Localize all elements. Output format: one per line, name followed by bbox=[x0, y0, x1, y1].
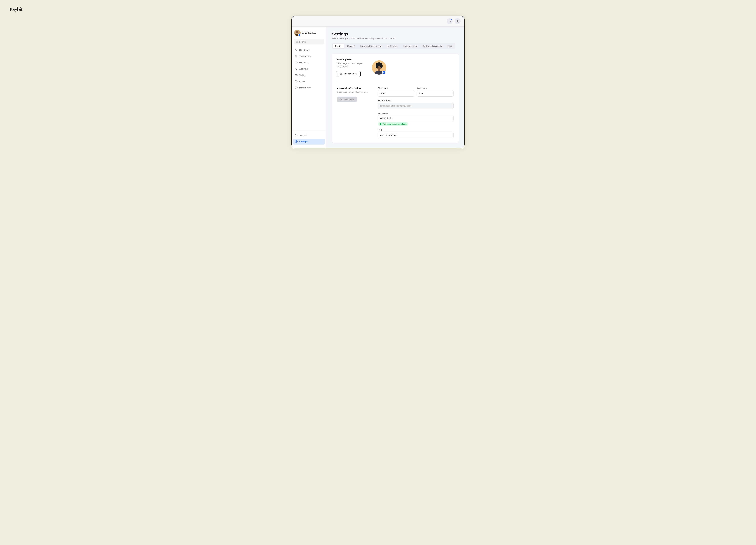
profile-photo-avatar bbox=[372, 60, 386, 75]
svg-point-27 bbox=[380, 66, 381, 67]
tab-team[interactable]: Team bbox=[445, 44, 455, 49]
personal-info-title: Personal Information bbox=[337, 87, 368, 90]
sidebar-item-payments[interactable]: Payments bbox=[293, 60, 325, 66]
sidebar-item-support[interactable]: Support bbox=[293, 132, 325, 138]
username-available-text: This username is available bbox=[383, 123, 407, 125]
personal-info-left: Personal Information Update your persona… bbox=[337, 87, 368, 138]
svg-point-24 bbox=[376, 63, 378, 69]
camera-icon bbox=[340, 73, 342, 75]
personal-info-right: First name Last name Email address bbox=[378, 87, 454, 138]
sidebar-item-dashboard[interactable]: Dashboard bbox=[293, 47, 325, 53]
verified-badge bbox=[298, 34, 301, 36]
sidebar-user-name: John Doe Ent. bbox=[302, 32, 316, 34]
bell-icon bbox=[448, 20, 451, 23]
email-input bbox=[378, 103, 454, 109]
sidebar-label-dashboard: Dashboard bbox=[299, 49, 310, 51]
search-input[interactable] bbox=[299, 41, 322, 43]
sidebar-label-payments: Payments bbox=[299, 61, 309, 64]
window-body: John Doe Ent. Dashboard bbox=[292, 27, 464, 148]
svg-point-2 bbox=[296, 31, 298, 33]
sidebar-item-transactions[interactable]: Transactions bbox=[293, 53, 325, 59]
change-photo-button[interactable]: Change Photo bbox=[337, 71, 361, 77]
last-name-group: Last name bbox=[417, 87, 454, 97]
profile-photo-section: Profile photo This image will be display… bbox=[337, 58, 454, 82]
first-name-input[interactable] bbox=[378, 90, 415, 97]
profile-photo-info: Profile photo This image will be display… bbox=[337, 58, 363, 77]
notification-dot bbox=[450, 19, 452, 20]
svg-line-5 bbox=[297, 42, 298, 43]
sidebar-search-wrapper[interactable] bbox=[294, 39, 324, 44]
svg-point-26 bbox=[378, 66, 378, 67]
transactions-icon bbox=[295, 55, 298, 58]
tabs-bar: Profile Security Business Configuration … bbox=[332, 43, 455, 49]
tab-preferences[interactable]: Preferences bbox=[384, 44, 401, 49]
svg-point-11 bbox=[296, 75, 296, 75]
home-icon bbox=[295, 49, 298, 51]
sidebar-item-invest[interactable]: Invest bbox=[293, 78, 325, 84]
sidebar-label-invest: Invest bbox=[299, 80, 305, 83]
personal-info-section: Personal Information Update your persona… bbox=[337, 87, 454, 138]
username-available-badge: This username is available bbox=[378, 122, 408, 126]
check-circle-icon bbox=[380, 123, 382, 125]
profile-checkmark-icon bbox=[383, 72, 385, 73]
user-avatar-button[interactable] bbox=[455, 18, 461, 24]
page-title: Settings bbox=[332, 32, 459, 37]
svg-point-0 bbox=[457, 20, 458, 21]
svg-point-25 bbox=[380, 63, 383, 69]
invest-icon bbox=[295, 80, 298, 83]
name-row: First name Last name bbox=[378, 87, 454, 97]
email-group: Email address bbox=[378, 99, 454, 109]
sidebar-label-settings: Settings bbox=[299, 141, 308, 143]
sidebar-label-refer-earn: Refer & earn bbox=[299, 87, 311, 89]
sidebar-item-wallets[interactable]: Wallets bbox=[293, 72, 325, 78]
save-changes-button[interactable]: Save Changes bbox=[337, 97, 357, 102]
last-name-label: Last name bbox=[417, 87, 454, 89]
refer-icon bbox=[295, 86, 298, 89]
username-input[interactable] bbox=[378, 115, 454, 121]
topbar bbox=[292, 16, 464, 27]
change-photo-label: Change Photo bbox=[344, 73, 358, 75]
first-name-label: First name bbox=[378, 87, 415, 89]
tab-security[interactable]: Security bbox=[345, 44, 357, 49]
settings-card: Profile photo This image will be display… bbox=[332, 54, 459, 143]
svg-rect-7 bbox=[295, 56, 297, 56]
personal-info-subtitle: Update your personal details here. bbox=[337, 91, 368, 94]
email-label: Email address bbox=[378, 99, 454, 102]
tab-business-configuration[interactable]: Business Configuration bbox=[358, 44, 384, 49]
notification-bell-button[interactable] bbox=[447, 18, 453, 24]
svg-point-18 bbox=[341, 74, 342, 74]
user-icon bbox=[456, 20, 459, 23]
nav-list: Dashboard Transactions bbox=[292, 47, 326, 130]
sidebar-item-analytics[interactable]: Analytics bbox=[293, 66, 325, 72]
role-input[interactable] bbox=[378, 132, 454, 138]
sidebar: John Doe Ent. Dashboard bbox=[292, 27, 326, 148]
role-label: Role bbox=[378, 129, 454, 131]
svg-rect-8 bbox=[295, 57, 297, 57]
sidebar-label-analytics: Analytics bbox=[299, 68, 308, 70]
settings-icon bbox=[295, 140, 298, 143]
sidebar-avatar-wrap bbox=[294, 30, 301, 36]
tab-profile[interactable]: Profile bbox=[333, 44, 344, 49]
last-name-input[interactable] bbox=[417, 90, 454, 97]
username-label: Username bbox=[378, 112, 454, 114]
payments-icon bbox=[295, 61, 298, 64]
svg-rect-6 bbox=[295, 55, 297, 56]
sidebar-item-settings[interactable]: Settings bbox=[293, 139, 325, 145]
role-group: Role bbox=[378, 129, 454, 138]
support-icon bbox=[295, 134, 298, 137]
sidebar-label-wallets: Wallets bbox=[299, 74, 306, 76]
profile-photo-description: This image will be displayed on your pro… bbox=[337, 62, 363, 68]
sidebar-label-transactions: Transactions bbox=[299, 55, 311, 57]
sidebar-user: John Doe Ent. bbox=[292, 30, 326, 39]
wallets-icon bbox=[295, 74, 298, 77]
sidebar-label-support: Support bbox=[299, 134, 307, 137]
brand-logo: Paybit bbox=[9, 6, 23, 12]
main-content: Settings Take a look at your policies an… bbox=[326, 27, 464, 148]
sidebar-item-refer-earn[interactable]: Refer & earn bbox=[293, 85, 325, 91]
sidebar-bottom: Support Settings bbox=[292, 130, 326, 145]
search-icon bbox=[296, 41, 298, 43]
tab-contract-setup[interactable]: Contract Setup bbox=[401, 44, 420, 49]
tab-settlement-accounts[interactable]: Settlement Accounts bbox=[421, 44, 444, 49]
svg-rect-9 bbox=[295, 62, 297, 63]
checkmark-icon bbox=[299, 34, 300, 36]
